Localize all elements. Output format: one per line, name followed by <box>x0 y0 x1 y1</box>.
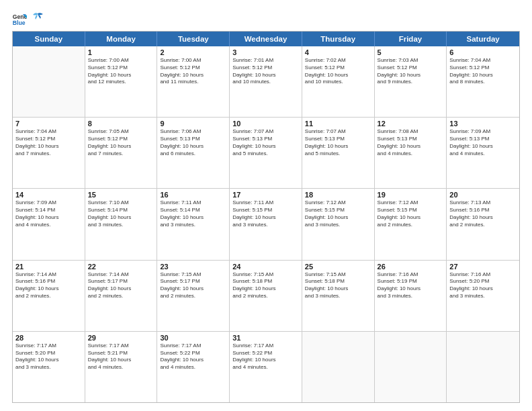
calendar-empty-cell <box>13 46 85 117</box>
page: General Blue SundayMondayTuesdayWednesda… <box>0 0 532 411</box>
calendar-body: 1Sunrise: 7:00 AM Sunset: 5:12 PM Daylig… <box>13 46 519 402</box>
day-number: 4 <box>305 48 371 56</box>
day-number: 19 <box>378 191 444 199</box>
calendar-row-3: 21Sunrise: 7:14 AM Sunset: 5:16 PM Dayli… <box>13 260 519 331</box>
day-info: Sunrise: 7:12 AM Sunset: 5:15 PM Dayligh… <box>305 199 371 228</box>
day-number: 29 <box>88 334 154 342</box>
day-number: 1 <box>88 48 154 56</box>
weekday-header-saturday: Saturday <box>447 32 519 46</box>
calendar-day-19: 19Sunrise: 7:12 AM Sunset: 5:15 PM Dayli… <box>375 189 447 259</box>
day-number: 6 <box>449 48 517 56</box>
calendar-day-25: 25Sunrise: 7:15 AM Sunset: 5:18 PM Dayli… <box>302 261 375 331</box>
calendar-day-15: 15Sunrise: 7:10 AM Sunset: 5:14 PM Dayli… <box>85 189 158 259</box>
day-info: Sunrise: 7:04 AM Sunset: 5:12 PM Dayligh… <box>15 128 82 157</box>
logo: General Blue <box>12 12 44 27</box>
day-info: Sunrise: 7:05 AM Sunset: 5:12 PM Dayligh… <box>88 128 154 157</box>
day-info: Sunrise: 7:07 AM Sunset: 5:13 PM Dayligh… <box>232 128 299 157</box>
day-number: 20 <box>449 191 517 199</box>
calendar-empty-cell <box>302 332 375 402</box>
day-number: 8 <box>88 120 154 128</box>
calendar-empty-cell <box>447 332 519 402</box>
day-number: 28 <box>15 334 82 342</box>
weekday-header-friday: Friday <box>375 32 447 46</box>
calendar-day-31: 31Sunrise: 7:17 AM Sunset: 5:22 PM Dayli… <box>230 332 302 402</box>
calendar-day-21: 21Sunrise: 7:14 AM Sunset: 5:16 PM Dayli… <box>13 261 85 331</box>
day-number: 30 <box>160 334 226 342</box>
calendar-day-3: 3Sunrise: 7:01 AM Sunset: 5:12 PM Daylig… <box>230 46 302 117</box>
day-info: Sunrise: 7:16 AM Sunset: 5:19 PM Dayligh… <box>378 271 444 300</box>
day-info: Sunrise: 7:14 AM Sunset: 5:16 PM Dayligh… <box>15 271 82 300</box>
day-number: 31 <box>232 334 299 342</box>
calendar-day-8: 8Sunrise: 7:05 AM Sunset: 5:12 PM Daylig… <box>85 118 158 188</box>
calendar-day-12: 12Sunrise: 7:08 AM Sunset: 5:13 PM Dayli… <box>375 118 447 188</box>
day-number: 17 <box>232 191 299 199</box>
day-number: 16 <box>160 191 226 199</box>
calendar-day-7: 7Sunrise: 7:04 AM Sunset: 5:12 PM Daylig… <box>13 118 85 188</box>
day-number: 7 <box>15 120 82 128</box>
calendar-empty-cell <box>375 332 447 402</box>
day-number: 13 <box>449 120 517 128</box>
calendar-day-6: 6Sunrise: 7:04 AM Sunset: 5:12 PM Daylig… <box>447 46 519 117</box>
day-info: Sunrise: 7:17 AM Sunset: 5:21 PM Dayligh… <box>88 342 154 371</box>
calendar-day-10: 10Sunrise: 7:07 AM Sunset: 5:13 PM Dayli… <box>230 118 302 188</box>
calendar-day-28: 28Sunrise: 7:17 AM Sunset: 5:20 PM Dayli… <box>13 332 85 402</box>
calendar-day-14: 14Sunrise: 7:09 AM Sunset: 5:14 PM Dayli… <box>13 189 85 259</box>
svg-text:Blue: Blue <box>13 19 26 26</box>
day-info: Sunrise: 7:15 AM Sunset: 5:17 PM Dayligh… <box>160 271 226 300</box>
day-info: Sunrise: 7:06 AM Sunset: 5:13 PM Dayligh… <box>160 128 226 157</box>
calendar-day-4: 4Sunrise: 7:02 AM Sunset: 5:12 PM Daylig… <box>302 46 375 117</box>
calendar-day-26: 26Sunrise: 7:16 AM Sunset: 5:19 PM Dayli… <box>375 261 447 331</box>
weekday-header-monday: Monday <box>85 32 158 46</box>
calendar-day-13: 13Sunrise: 7:09 AM Sunset: 5:13 PM Dayli… <box>447 118 519 188</box>
calendar-day-27: 27Sunrise: 7:16 AM Sunset: 5:20 PM Dayli… <box>447 261 519 331</box>
day-info: Sunrise: 7:00 AM Sunset: 5:12 PM Dayligh… <box>160 57 226 86</box>
day-info: Sunrise: 7:14 AM Sunset: 5:17 PM Dayligh… <box>88 271 154 300</box>
day-number: 12 <box>378 120 444 128</box>
calendar-day-11: 11Sunrise: 7:07 AM Sunset: 5:13 PM Dayli… <box>302 118 375 188</box>
calendar: SundayMondayTuesdayWednesdayThursdayFrid… <box>12 31 520 403</box>
day-number: 23 <box>160 263 226 271</box>
day-info: Sunrise: 7:15 AM Sunset: 5:18 PM Dayligh… <box>232 271 299 300</box>
day-info: Sunrise: 7:10 AM Sunset: 5:14 PM Dayligh… <box>88 199 154 228</box>
calendar-day-30: 30Sunrise: 7:17 AM Sunset: 5:22 PM Dayli… <box>157 332 230 402</box>
day-info: Sunrise: 7:13 AM Sunset: 5:16 PM Dayligh… <box>449 199 517 228</box>
weekday-header-sunday: Sunday <box>13 32 85 46</box>
day-number: 25 <box>305 263 371 271</box>
day-info: Sunrise: 7:17 AM Sunset: 5:22 PM Dayligh… <box>232 342 299 371</box>
calendar-day-1: 1Sunrise: 7:00 AM Sunset: 5:12 PM Daylig… <box>85 46 158 117</box>
day-info: Sunrise: 7:07 AM Sunset: 5:13 PM Dayligh… <box>305 128 371 157</box>
calendar-day-24: 24Sunrise: 7:15 AM Sunset: 5:18 PM Dayli… <box>230 261 302 331</box>
logo-bird-icon <box>31 12 44 24</box>
calendar-row-0: 1Sunrise: 7:00 AM Sunset: 5:12 PM Daylig… <box>13 46 519 117</box>
day-number: 26 <box>378 263 444 271</box>
calendar-day-23: 23Sunrise: 7:15 AM Sunset: 5:17 PM Dayli… <box>157 261 230 331</box>
day-number: 14 <box>15 191 82 199</box>
day-info: Sunrise: 7:15 AM Sunset: 5:18 PM Dayligh… <box>305 271 371 300</box>
day-info: Sunrise: 7:02 AM Sunset: 5:12 PM Dayligh… <box>305 57 371 86</box>
calendar-header: SundayMondayTuesdayWednesdayThursdayFrid… <box>13 32 519 46</box>
day-info: Sunrise: 7:16 AM Sunset: 5:20 PM Dayligh… <box>449 271 517 300</box>
day-info: Sunrise: 7:04 AM Sunset: 5:12 PM Dayligh… <box>449 57 517 86</box>
day-info: Sunrise: 7:01 AM Sunset: 5:12 PM Dayligh… <box>232 57 299 86</box>
day-number: 18 <box>305 191 371 199</box>
header: General Blue <box>12 12 520 27</box>
day-info: Sunrise: 7:03 AM Sunset: 5:12 PM Dayligh… <box>378 57 444 86</box>
calendar-day-29: 29Sunrise: 7:17 AM Sunset: 5:21 PM Dayli… <box>85 332 158 402</box>
calendar-day-22: 22Sunrise: 7:14 AM Sunset: 5:17 PM Dayli… <box>85 261 158 331</box>
calendar-day-20: 20Sunrise: 7:13 AM Sunset: 5:16 PM Dayli… <box>447 189 519 259</box>
logo-icon: General Blue <box>12 12 27 27</box>
day-info: Sunrise: 7:17 AM Sunset: 5:20 PM Dayligh… <box>15 342 82 371</box>
calendar-day-5: 5Sunrise: 7:03 AM Sunset: 5:12 PM Daylig… <box>375 46 447 117</box>
day-number: 22 <box>88 263 154 271</box>
day-number: 11 <box>305 120 371 128</box>
day-info: Sunrise: 7:17 AM Sunset: 5:22 PM Dayligh… <box>160 342 226 371</box>
day-number: 21 <box>15 263 82 271</box>
weekday-header-wednesday: Wednesday <box>230 32 302 46</box>
calendar-row-1: 7Sunrise: 7:04 AM Sunset: 5:12 PM Daylig… <box>13 117 519 188</box>
day-info: Sunrise: 7:00 AM Sunset: 5:12 PM Dayligh… <box>88 57 154 86</box>
day-info: Sunrise: 7:09 AM Sunset: 5:13 PM Dayligh… <box>449 128 517 157</box>
calendar-day-9: 9Sunrise: 7:06 AM Sunset: 5:13 PM Daylig… <box>157 118 230 188</box>
calendar-day-2: 2Sunrise: 7:00 AM Sunset: 5:12 PM Daylig… <box>157 46 230 117</box>
weekday-header-thursday: Thursday <box>302 32 375 46</box>
calendar-row-2: 14Sunrise: 7:09 AM Sunset: 5:14 PM Dayli… <box>13 188 519 259</box>
